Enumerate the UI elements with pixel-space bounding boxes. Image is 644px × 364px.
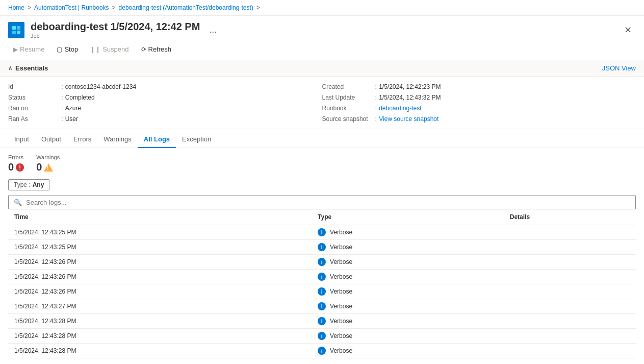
- prop-runbook-sep: :: [375, 104, 377, 112]
- essentials-title[interactable]: ∧ Essentials: [8, 64, 48, 72]
- row-details: [504, 284, 636, 299]
- row-type-label: Verbose: [330, 288, 352, 295]
- breadcrumb-home[interactable]: Home: [8, 4, 24, 11]
- prop-snapshot: Source snapshot : View source snapshot: [322, 115, 636, 123]
- search-input[interactable]: [26, 199, 630, 206]
- tabs-bar: Input Output Errors Warnings All Logs Ex…: [0, 131, 644, 148]
- table-row[interactable]: 1/5/2024, 12:43:25 PM i Verbose: [8, 225, 636, 240]
- type-filter-button[interactable]: Type : Any: [8, 179, 49, 190]
- verbose-icon: i: [318, 228, 326, 236]
- error-icon: !: [16, 163, 24, 172]
- refresh-label: Refresh: [148, 45, 172, 53]
- table-row[interactable]: 1/5/2024, 12:43:28 PM i Verbose: [8, 314, 636, 329]
- resume-button[interactable]: ▶ Resume: [8, 43, 49, 56]
- suspend-icon: ❙❙: [90, 46, 100, 53]
- row-type: i Verbose: [312, 255, 504, 270]
- page-header-left: deboarding-test 1/5/2024, 12:42 PM Job .…: [8, 21, 220, 39]
- tab-all-logs[interactable]: All Logs: [138, 131, 176, 148]
- type-filter-key: Type :: [14, 181, 31, 188]
- row-time: 1/5/2024, 12:43:28 PM: [8, 344, 312, 358]
- more-options-button[interactable]: ...: [206, 23, 220, 36]
- json-view-link[interactable]: JSON View: [602, 64, 636, 72]
- row-type-label: Verbose: [330, 244, 352, 251]
- warning-icon: [44, 163, 53, 172]
- row-type: i Verbose: [312, 314, 504, 329]
- prop-status-value: Completed: [65, 94, 95, 101]
- table-row[interactable]: 1/5/2024, 12:43:26 PM i Verbose: [8, 284, 636, 299]
- verbose-icon: i: [318, 258, 326, 266]
- tab-errors[interactable]: Errors: [67, 131, 97, 148]
- row-type: i Verbose: [312, 270, 504, 284]
- prop-ranon-label: Ran on: [8, 105, 59, 112]
- breadcrumb-sep-1: >: [28, 4, 31, 11]
- prop-snapshot-label: Source snapshot: [322, 115, 373, 123]
- chevron-icon: ∧: [8, 65, 12, 71]
- col-time: Time: [8, 209, 312, 225]
- row-type: i Verbose: [312, 329, 504, 344]
- errors-summary: Errors 0 !: [8, 154, 24, 173]
- row-time: 1/5/2024, 12:43:25 PM: [8, 240, 312, 255]
- suspend-button[interactable]: ❙❙ Suspend: [85, 43, 134, 56]
- table-row[interactable]: 1/5/2024, 12:43:26 PM i Verbose: [8, 270, 636, 284]
- verbose-icon: i: [318, 332, 326, 340]
- table-row[interactable]: 1/5/2024, 12:43:28 PM i Verbose: [8, 344, 636, 358]
- row-type-label: Verbose: [330, 258, 352, 265]
- essentials-label: Essentials: [15, 64, 48, 72]
- prop-created: Created : 1/5/2024, 12:42:23 PM: [322, 83, 636, 90]
- page-title: deboarding-test 1/5/2024, 12:42 PM: [31, 21, 200, 33]
- svg-rect-3: [17, 31, 20, 34]
- prop-snapshot-link[interactable]: View source snapshot: [379, 115, 439, 123]
- verbose-icon: i: [318, 287, 326, 296]
- page-icon: [8, 22, 24, 38]
- props-right: Created : 1/5/2024, 12:42:23 PM Last Upd…: [322, 83, 636, 123]
- verbose-icon: i: [318, 317, 326, 325]
- page-header: deboarding-test 1/5/2024, 12:42 PM Job .…: [0, 16, 644, 41]
- prop-status-label: Status: [8, 94, 59, 101]
- row-details: [504, 314, 636, 329]
- tab-input[interactable]: Input: [8, 131, 35, 148]
- table-row[interactable]: 1/5/2024, 12:43:25 PM i Verbose: [8, 240, 636, 255]
- prop-runbook-label: Runbook: [322, 105, 373, 112]
- prop-ranas-sep: :: [61, 115, 63, 123]
- prop-lastupdate: Last Update : 1/5/2024, 12:43:32 PM: [322, 93, 636, 101]
- tab-exception[interactable]: Exception: [176, 131, 217, 148]
- prop-runbook-link[interactable]: deboarding-test: [379, 105, 421, 112]
- row-type-label: Verbose: [330, 318, 352, 325]
- refresh-button[interactable]: ⟳ Refresh: [136, 43, 177, 56]
- prop-status: Status : Completed: [8, 93, 322, 101]
- breadcrumb-runbooks[interactable]: AutomationTest | Runbooks: [34, 4, 109, 11]
- row-type-label: Verbose: [330, 347, 352, 354]
- tab-warnings[interactable]: Warnings: [97, 131, 137, 148]
- col-type: Type: [312, 209, 504, 225]
- table-row[interactable]: 1/5/2024, 12:43:26 PM i Verbose: [8, 255, 636, 270]
- logs-table-body: 1/5/2024, 12:43:25 PM i Verbose 1/5/2024…: [8, 225, 636, 358]
- table-row[interactable]: 1/5/2024, 12:43:27 PM i Verbose: [8, 299, 636, 314]
- breadcrumb: Home > AutomationTest | Runbooks > deboa…: [0, 0, 644, 16]
- errors-count-row: 0 !: [8, 161, 24, 173]
- close-button[interactable]: ✕: [620, 22, 636, 38]
- svg-rect-2: [12, 31, 16, 34]
- row-time: 1/5/2024, 12:43:26 PM: [8, 284, 312, 299]
- errors-label: Errors: [8, 154, 24, 160]
- prop-ranas-value: User: [65, 115, 78, 123]
- row-details: [504, 270, 636, 284]
- row-details: [504, 299, 636, 314]
- row-details: [504, 225, 636, 240]
- tab-output[interactable]: Output: [35, 131, 67, 148]
- row-details: [504, 255, 636, 270]
- row-time: 1/5/2024, 12:43:26 PM: [8, 255, 312, 270]
- prop-id-sep: :: [61, 83, 63, 90]
- breadcrumb-deboarding[interactable]: deboarding-test (AutomationTest/deboardi…: [119, 4, 253, 11]
- prop-ranas: Ran As : User: [8, 115, 322, 123]
- prop-ranon: Ran on : Azure: [8, 104, 322, 112]
- prop-id-label: Id: [8, 83, 59, 90]
- stop-button[interactable]: ▢ Stop: [51, 43, 83, 56]
- breadcrumb-sep-3: >: [256, 4, 260, 11]
- prop-ranas-label: Ran As: [8, 115, 59, 123]
- verbose-icon: i: [318, 347, 326, 355]
- resume-icon: ▶: [13, 46, 18, 53]
- row-type-label: Verbose: [330, 303, 352, 310]
- search-icon: 🔍: [14, 199, 22, 206]
- search-bar[interactable]: 🔍: [8, 196, 636, 209]
- table-row[interactable]: 1/5/2024, 12:43:28 PM i Verbose: [8, 329, 636, 344]
